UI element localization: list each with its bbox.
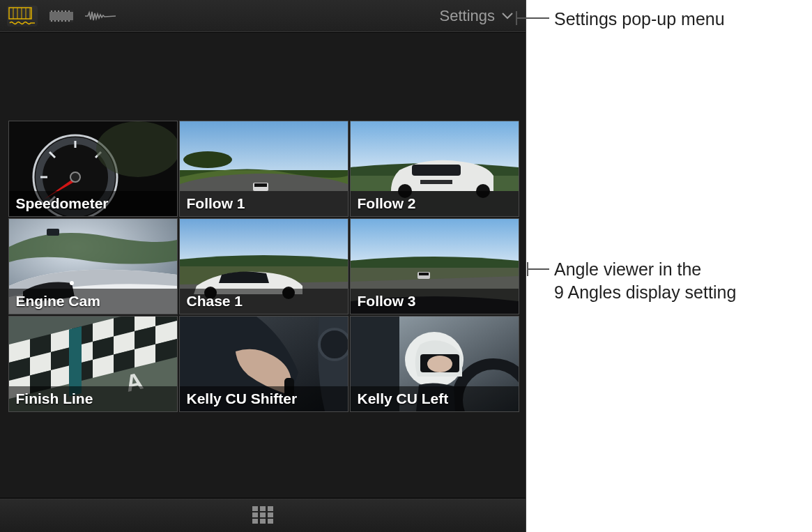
view-mode-both-button[interactable]: [7, 6, 38, 26]
callout-line: [516, 17, 549, 19]
svg-rect-19: [65, 20, 66, 22]
angle-viewer: Speedometer: [0, 33, 526, 499]
angle-label: Kelly CU Shifter: [187, 390, 298, 407]
angle-label-bar: Follow 3: [351, 289, 519, 314]
svg-rect-94: [260, 512, 266, 517]
angle-label-bar: Finish Line: [9, 386, 177, 411]
svg-point-34: [183, 151, 232, 168]
svg-point-89: [427, 356, 452, 372]
angle-grid: Speedometer: [8, 121, 518, 411]
svg-rect-90: [252, 506, 258, 511]
angle-label-bar: Follow 2: [351, 191, 519, 216]
svg-point-83: [319, 329, 348, 360]
angle-label-bar: Engine Cam: [9, 289, 177, 314]
callout-angle-viewer: Angle viewer in the 9 Angles display set…: [554, 258, 736, 303]
svg-rect-92: [268, 506, 273, 511]
svg-rect-16: [54, 20, 56, 22]
angle-label-bar: Kelly CU Shifter: [180, 386, 348, 411]
angle-label-bar: Speedometer: [9, 191, 177, 216]
callout-text: 9 Angles display setting: [554, 282, 736, 302]
svg-rect-14: [68, 10, 70, 12]
callout-text: Angle viewer in the: [554, 259, 701, 279]
angle-label: Kelly CU Left: [358, 390, 449, 407]
svg-rect-95: [268, 512, 273, 517]
callout-line: [527, 268, 549, 270]
svg-rect-97: [260, 519, 266, 524]
svg-rect-11: [58, 10, 59, 12]
chevron-down-icon: [502, 13, 513, 20]
angle-cell[interactable]: A Finish Line: [8, 316, 178, 412]
svg-rect-18: [61, 20, 63, 22]
svg-rect-42: [420, 180, 452, 184]
angle-label: Follow 2: [358, 195, 416, 212]
angle-label: Engine Cam: [16, 293, 100, 310]
angle-label: Follow 3: [358, 293, 416, 310]
svg-rect-91: [260, 506, 266, 511]
filmstrip-audio-icon: [8, 7, 36, 25]
svg-rect-20: [68, 20, 70, 22]
angle-cell[interactable]: Chase 1: [179, 218, 348, 314]
filmstrip-icon: [49, 8, 74, 24]
svg-point-45: [70, 281, 74, 285]
angle-cell[interactable]: Follow 3: [350, 218, 519, 314]
view-mode-group: [0, 6, 116, 26]
angle-cell[interactable]: Follow 2: [350, 121, 519, 217]
angle-label: Speedometer: [16, 195, 109, 212]
svg-rect-98: [268, 519, 273, 524]
angle-cell[interactable]: Kelly CU Left: [350, 316, 519, 412]
toolbar: Settings: [0, 0, 526, 33]
angle-label-bar: Follow 1: [180, 191, 348, 216]
svg-point-30: [70, 172, 80, 182]
svg-rect-96: [252, 519, 258, 524]
svg-rect-9: [51, 10, 52, 12]
angle-cell[interactable]: Engine Cam: [8, 218, 178, 314]
grid-3x3-icon: [252, 506, 273, 524]
angle-viewer-panel: Settings: [0, 0, 526, 532]
view-mode-audio-button[interactable]: [85, 6, 116, 26]
svg-rect-36: [254, 183, 267, 187]
angle-label: Follow 1: [187, 195, 245, 212]
callout-text: Settings pop-up menu: [554, 9, 725, 29]
svg-rect-13: [65, 10, 66, 12]
callout-settings: Settings pop-up menu: [554, 8, 725, 31]
svg-rect-44: [47, 229, 59, 236]
angle-label-bar: Chase 1: [180, 289, 348, 314]
settings-label: Settings: [440, 7, 496, 25]
svg-rect-12: [61, 10, 63, 12]
svg-rect-15: [51, 20, 52, 22]
angle-cell[interactable]: Speedometer: [8, 121, 178, 217]
svg-rect-53: [419, 273, 429, 275]
angle-cell[interactable]: Kelly CU Shifter: [179, 316, 348, 412]
angle-label: Chase 1: [187, 293, 243, 310]
view-mode-video-button[interactable]: [46, 6, 77, 26]
angle-cell[interactable]: Follow 1: [179, 121, 348, 217]
angle-label: Finish Line: [16, 390, 93, 407]
svg-rect-0: [9, 8, 31, 19]
waveform-icon: [85, 10, 116, 22]
angle-label-bar: Kelly CU Left: [351, 386, 519, 411]
svg-rect-39: [412, 165, 461, 176]
svg-point-31: [96, 121, 177, 177]
svg-rect-10: [54, 10, 56, 12]
grid-layout-button[interactable]: [252, 506, 273, 524]
footer-bar: [0, 498, 526, 532]
svg-rect-93: [252, 512, 258, 517]
settings-popup-menu[interactable]: Settings: [430, 4, 526, 28]
svg-rect-17: [58, 20, 59, 22]
